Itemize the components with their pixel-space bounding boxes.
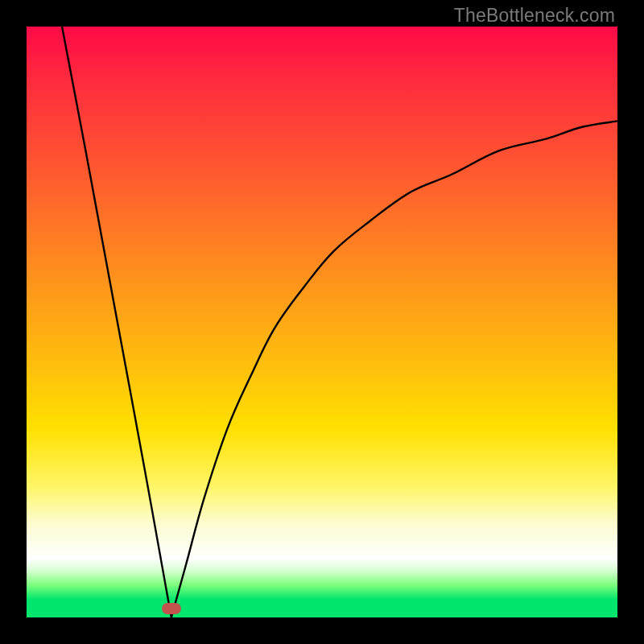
watermark-text: TheBottleneck.com [454, 5, 615, 27]
optimum-marker [162, 603, 181, 614]
chart-frame: TheBottleneck.com [0, 0, 644, 644]
bottleneck-curve [27, 27, 617, 617]
curve-path [62, 27, 617, 617]
plot-area [27, 27, 617, 617]
